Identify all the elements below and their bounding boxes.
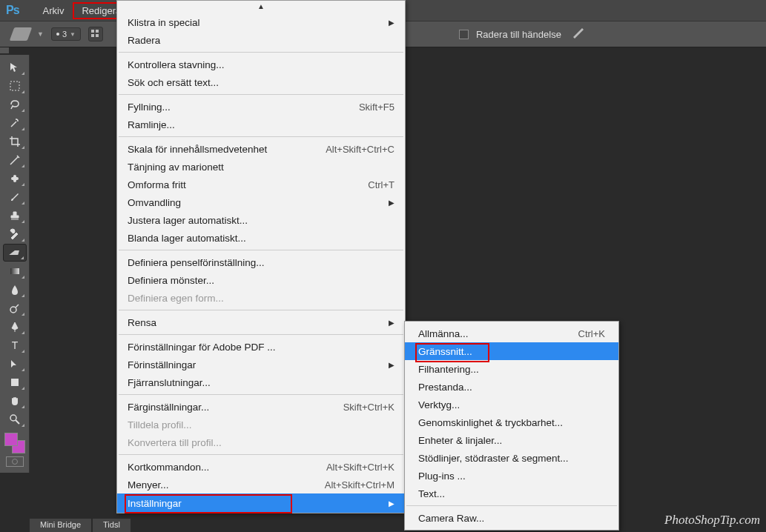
menu-item-f-rinst-llningar-f-r-adobe-pdf[interactable]: Förinställningar för Adobe PDF ... xyxy=(117,338,405,356)
menu-separator xyxy=(119,454,403,455)
toolbox: T xyxy=(0,55,30,473)
menu-item-f-rinst-llningar[interactable]: Förinställningar▶ xyxy=(117,356,405,373)
menu-separator xyxy=(119,310,403,310)
crop-tool[interactable] xyxy=(3,133,27,150)
menu-scroll-up-icon[interactable]: ▲ xyxy=(117,1,405,13)
lasso-tool[interactable] xyxy=(3,96,27,113)
dodge-tool[interactable] xyxy=(3,299,27,317)
brush-panel-toggle[interactable] xyxy=(88,27,103,41)
menu-item-label: Omvandling xyxy=(128,197,389,208)
menu-item-label: Justera lager automatiskt... xyxy=(128,215,394,226)
brush-dot-icon xyxy=(56,33,59,36)
eraser-tool[interactable] xyxy=(3,244,27,262)
submenu-item-label: Stödlinjer, stödraster & segment... xyxy=(418,453,605,464)
caret-down-icon: ▼ xyxy=(70,31,76,38)
hand-tool[interactable] xyxy=(3,392,27,410)
menu-item-inst-llningar[interactable]: Inställningar▶ xyxy=(117,493,405,513)
submenu-item-allm-nna[interactable]: Allmänna...Ctrl+K xyxy=(405,325,618,342)
menu-item-blanda-lager-automatiskt[interactable]: Blanda lager automatiskt... xyxy=(117,229,405,247)
submenu-item-verktyg[interactable]: Verktyg... xyxy=(405,396,618,413)
menu-item-f-rginst-llningar[interactable]: Färginställningar...Skift+Ctrl+K xyxy=(117,398,405,416)
menu-item-label: Konvertera till profil... xyxy=(128,437,394,448)
menu-separator xyxy=(119,94,403,95)
brush-tool[interactable] xyxy=(3,188,27,206)
svg-rect-2 xyxy=(91,34,94,37)
menu-item-kontrollera-stavning[interactable]: Kontrollera stavning... xyxy=(117,56,405,73)
svg-point-8 xyxy=(10,307,16,313)
path-tool[interactable] xyxy=(3,355,27,373)
erase-to-history-checkbox[interactable] xyxy=(459,30,469,39)
menu-item-shortcut: Alt+Skift+Ctrl+K xyxy=(326,462,394,473)
menu-item-definiera-penself-rinst-llning[interactable]: Definiera penselförinställning... xyxy=(117,253,405,271)
menu-item-tilldela-profil: Tilldela profil... xyxy=(117,416,405,433)
submenu-indicator-icon xyxy=(22,220,24,223)
submenu-item-filhantering[interactable]: Filhantering... xyxy=(405,360,618,378)
move-tool[interactable] xyxy=(3,59,27,76)
submenu-indicator-icon xyxy=(22,276,24,279)
menu-item-rensa[interactable]: Rensa▶ xyxy=(117,313,405,331)
menu-item-shortcut: Skift+F5 xyxy=(359,102,394,113)
quick-mask-toggle[interactable] xyxy=(6,456,24,467)
tool-preview-icon[interactable] xyxy=(10,27,33,41)
menu-item-definiera-egen-form: Definiera egen form... xyxy=(117,289,405,307)
menu-item-shortcut: Alt+Skift+Ctrl+M xyxy=(325,479,394,491)
toolbox-handle[interactable] xyxy=(0,47,9,53)
shape-tool[interactable] xyxy=(3,373,27,391)
watermark-text: PhotoShopTip.com xyxy=(664,513,760,528)
menu-item-t-njning-av-marionett[interactable]: Tänjning av marionett xyxy=(117,158,405,176)
history-brush-tool[interactable] xyxy=(3,225,27,243)
menu-item-klistra-in-special[interactable]: Klistra in special▶ xyxy=(117,13,405,31)
menu-item-fyllning[interactable]: Fyllning...Skift+F5 xyxy=(117,98,405,116)
color-swatches[interactable] xyxy=(4,433,25,453)
brush-icon[interactable] xyxy=(573,28,585,40)
stamp-tool[interactable] xyxy=(3,207,27,225)
zoom-tool[interactable] xyxy=(3,410,27,428)
menu-item-label: Kortkommandon... xyxy=(128,462,326,473)
heal-tool[interactable] xyxy=(3,170,27,187)
dropdown-caret-icon[interactable]: ▼ xyxy=(37,30,44,38)
menu-item-justera-lager-automatiskt[interactable]: Justera lager automatiskt... xyxy=(117,211,405,229)
menu-item-fj-rranslutningar[interactable]: Fjärranslutningar... xyxy=(117,373,405,391)
svg-point-11 xyxy=(10,415,16,421)
menu-item-skala-f-r-inneh-llsmedvetenhet[interactable]: Skala för innehållsmedvetenhetAlt+Skift+… xyxy=(117,140,405,158)
menu-item-ramlinje[interactable]: Ramlinje... xyxy=(117,116,405,133)
tab-tidslinje[interactable]: Tidsl xyxy=(93,519,131,532)
foreground-color-swatch[interactable] xyxy=(4,433,18,446)
submenu-item-plug-ins[interactable]: Plug-ins ... xyxy=(405,467,618,485)
menu-item-label: Skala för innehållsmedvetenhet xyxy=(128,144,326,155)
submenu-indicator-icon xyxy=(22,72,24,75)
pen-tool[interactable] xyxy=(3,318,27,336)
submenu-indicator-icon xyxy=(22,424,24,427)
edit-menu-dropdown: ▲ Klistra in special▶RaderaKontrollera s… xyxy=(116,0,406,513)
submenu-item-st-dlinjer-st-draster-segment[interactable]: Stödlinjer, stödraster & segment... xyxy=(405,449,618,467)
submenu-arrow-icon: ▶ xyxy=(389,199,394,207)
menu-arkiv[interactable]: Arkiv xyxy=(34,2,73,19)
menu-item-omvandling[interactable]: Omvandling▶ xyxy=(117,193,405,211)
tab-mini-bridge[interactable]: Mini Bridge xyxy=(30,519,91,532)
wand-tool[interactable] xyxy=(3,114,27,132)
submenu-item-prestanda[interactable]: Prestanda... xyxy=(405,378,618,396)
blur-tool[interactable] xyxy=(3,281,27,299)
submenu-item-gr-nssnitt[interactable]: Gränssnitt... xyxy=(405,342,618,360)
marquee-tool[interactable] xyxy=(3,77,27,95)
menu-item-definiera-m-nster[interactable]: Definiera mönster... xyxy=(117,271,405,289)
menu-item-kortkommandon[interactable]: Kortkommandon...Alt+Skift+Ctrl+K xyxy=(117,458,405,476)
submenu-item-genomskinlighet-tryckbarhet[interactable]: Genomskinlighet & tryckbarhet... xyxy=(405,413,618,431)
type-tool[interactable]: T xyxy=(3,336,27,354)
brush-preset-picker[interactable]: 3 ▼ xyxy=(51,27,81,41)
menu-item-s-k-och-ers-tt-text[interactable]: Sök och ersätt text... xyxy=(117,73,405,91)
menu-item-label: Kontrollera stavning... xyxy=(128,59,394,70)
gradient-tool[interactable] xyxy=(3,262,27,280)
submenu-item-enheter-linjaler[interactable]: Enheter & linjaler... xyxy=(405,431,618,449)
submenu-indicator-icon xyxy=(22,109,24,112)
submenu-indicator-icon xyxy=(22,313,24,316)
submenu-item-text[interactable]: Text... xyxy=(405,485,618,502)
menu-item-radera[interactable]: Radera xyxy=(117,31,405,49)
eyedropper-tool[interactable] xyxy=(3,151,27,169)
menu-item-menyer[interactable]: Menyer...Alt+Skift+Ctrl+M xyxy=(117,476,405,493)
menu-item-omforma-fritt[interactable]: Omforma frittCtrl+T xyxy=(117,176,405,193)
menu-item-shortcut: Ctrl+T xyxy=(368,179,394,190)
menu-item-label: Blanda lager automatiskt... xyxy=(128,233,394,244)
submenu-item-label: Plug-ins ... xyxy=(418,471,605,482)
submenu-item-camera-raw[interactable]: Camera Raw... xyxy=(405,509,618,527)
